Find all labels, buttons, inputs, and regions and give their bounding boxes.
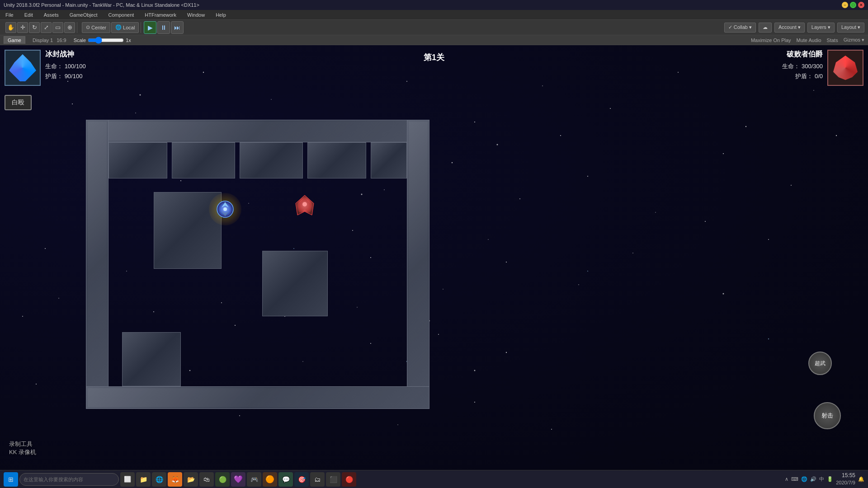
- minimize-button[interactable]: −: [842, 2, 848, 8]
- account-dropdown[interactable]: Account ▾: [774, 23, 805, 33]
- taskbar-folder2[interactable]: 🗂: [310, 472, 325, 487]
- rotate-tool-btn[interactable]: ↻: [29, 22, 40, 33]
- menu-gameobject[interactable]: GameObject: [68, 11, 99, 19]
- menu-file[interactable]: File: [4, 11, 15, 19]
- taskbar-search[interactable]: [19, 473, 119, 486]
- taskbar-browser1[interactable]: 🌐: [152, 472, 166, 487]
- coord-icon: 🌐: [115, 24, 122, 30]
- svg-point-18: [519, 198, 520, 199]
- svg-point-20: [655, 212, 656, 212]
- svg-point-43: [316, 397, 317, 398]
- svg-point-51: [425, 131, 425, 131]
- svg-point-56: [768, 239, 769, 240]
- pivot-button[interactable]: ⊙ Center: [82, 22, 110, 33]
- tray-arrow[interactable]: ∧: [785, 476, 788, 482]
- layers-dropdown[interactable]: Layers ▾: [807, 23, 835, 33]
- taskbar: ⊞ ⬜ 📁 🌐 🦊 📂 🛍 🟢 💜 🎮 🟠 💬 🎯 🗂 ⬛ 🔴 ∧ ⌨ 🌐 🔊 …: [0, 470, 868, 488]
- maximize-button[interactable]: □: [850, 2, 856, 8]
- game-bar-right: Maximize On Play Mute Audio Stats Gizmos…: [751, 37, 864, 43]
- move-tool-btn[interactable]: ✛: [17, 22, 28, 33]
- gizmos-btn[interactable]: Gizmos ▾: [844, 37, 864, 43]
- rect-tool-btn[interactable]: ▭: [52, 22, 63, 33]
- menu-assets[interactable]: Assets: [42, 11, 61, 19]
- taskbar-unity[interactable]: ⬛: [326, 472, 340, 487]
- taskbar-red[interactable]: 🔴: [342, 472, 356, 487]
- tray-lang[interactable]: 中: [819, 476, 824, 483]
- menu-help[interactable]: Help: [214, 11, 228, 19]
- svg-point-55: [705, 221, 706, 222]
- svg-point-61: [284, 316, 285, 317]
- scale-tool-btn[interactable]: ⤢: [41, 22, 52, 33]
- svg-point-25: [217, 253, 217, 253]
- maximize-on-play-btn[interactable]: Maximize On Play: [751, 38, 791, 43]
- svg-point-44: [397, 424, 398, 425]
- taskbar-purple[interactable]: 💜: [231, 472, 245, 487]
- ratio-select[interactable]: 16:9: [57, 38, 66, 43]
- task-view-btn[interactable]: ⬜: [120, 472, 135, 487]
- window-controls[interactable]: − □ ✕: [842, 2, 864, 8]
- svg-point-62: [357, 307, 357, 307]
- taskbar-firefox[interactable]: 🦊: [168, 472, 182, 487]
- combined-tool-btn[interactable]: ⊕: [64, 22, 75, 33]
- game-tab[interactable]: Game: [4, 36, 25, 44]
- cloud-btn[interactable]: ☁: [759, 23, 772, 33]
- title-bar: Unity 2018.3.0f2 Personal - Main.unity -…: [0, 0, 868, 10]
- display-info: Display 1 16:9: [33, 38, 66, 43]
- game-viewport[interactable]: 冰封战神 生命： 100/100 护盾： 90/100 第1关 破败者伯爵: [0, 45, 868, 474]
- svg-point-38: [506, 352, 507, 353]
- display-label: Display 1: [33, 38, 53, 43]
- collab-label: ✓ Collab ▾: [728, 24, 752, 30]
- taskbar-chat[interactable]: 💬: [278, 472, 293, 487]
- menu-component[interactable]: Component: [106, 11, 136, 19]
- menu-window[interactable]: Window: [185, 11, 207, 19]
- scale-label: Scale: [74, 38, 86, 43]
- taskbar-gaming[interactable]: 🎮: [247, 472, 261, 487]
- taskbar-steam[interactable]: 🎯: [294, 472, 309, 487]
- tray-volume[interactable]: 🔊: [810, 476, 816, 482]
- transform-tools: ✋ ✛ ↻ ⤢ ▭ ⊕: [4, 22, 77, 33]
- svg-point-60: [221, 302, 222, 303]
- svg-point-16: [384, 189, 385, 190]
- layers-label: Layers ▾: [811, 24, 830, 30]
- taskbar-orange[interactable]: 🟠: [263, 472, 277, 487]
- step-button[interactable]: ⏭: [171, 21, 184, 34]
- svg-point-70: [90, 126, 91, 127]
- taskbar-store[interactable]: 🛍: [199, 472, 214, 487]
- cloud-icon: ☁: [763, 24, 768, 30]
- svg-point-5: [406, 81, 407, 82]
- svg-point-68: [189, 370, 191, 371]
- pause-button[interactable]: ⏸: [157, 21, 170, 34]
- svg-point-53: [560, 135, 561, 136]
- layout-dropdown[interactable]: Layout ▾: [837, 23, 864, 33]
- svg-point-11: [813, 90, 814, 91]
- menu-htframework[interactable]: HTFramework: [143, 11, 178, 19]
- tray-network[interactable]: 🌐: [801, 476, 807, 482]
- close-button[interactable]: ✕: [858, 2, 864, 8]
- play-button[interactable]: ▶: [144, 21, 156, 34]
- taskbar-explorer[interactable]: 📁: [136, 472, 151, 487]
- pivot-controls: ⊙ Center 🌐 Local: [80, 22, 141, 33]
- hand-tool-btn[interactable]: ✋: [5, 22, 16, 33]
- stats-btn[interactable]: Stats: [827, 38, 838, 43]
- coord-button[interactable]: 🌐 Local: [111, 22, 139, 33]
- start-button[interactable]: ⊞: [4, 472, 18, 487]
- svg-point-57: [836, 135, 837, 136]
- svg-point-1: [135, 113, 136, 113]
- collab-dropdown[interactable]: ✓ Collab ▾: [724, 23, 756, 33]
- svg-point-17: [452, 162, 453, 163]
- svg-point-42: [239, 415, 240, 416]
- menu-edit[interactable]: Edit: [23, 11, 35, 19]
- tray-keyboard[interactable]: ⌨: [791, 476, 798, 482]
- scale-slider[interactable]: [88, 37, 124, 44]
- tray-notification[interactable]: 🔔: [858, 476, 864, 482]
- taskbar-clock[interactable]: 15:55 2020/7/9: [836, 472, 855, 486]
- game-bar: Game Display 1 16:9 Scale 1x Maximize On…: [0, 35, 868, 45]
- pivot-icon: ⊙: [86, 24, 90, 30]
- svg-point-52: [488, 239, 488, 239]
- taskbar-files[interactable]: 📂: [184, 472, 198, 487]
- pivot-label: Center: [91, 25, 106, 30]
- taskbar-green[interactable]: 🟢: [215, 472, 230, 487]
- svg-point-40: [104, 406, 104, 407]
- svg-point-39: [36, 384, 37, 385]
- mute-audio-btn[interactable]: Mute Audio: [797, 38, 821, 43]
